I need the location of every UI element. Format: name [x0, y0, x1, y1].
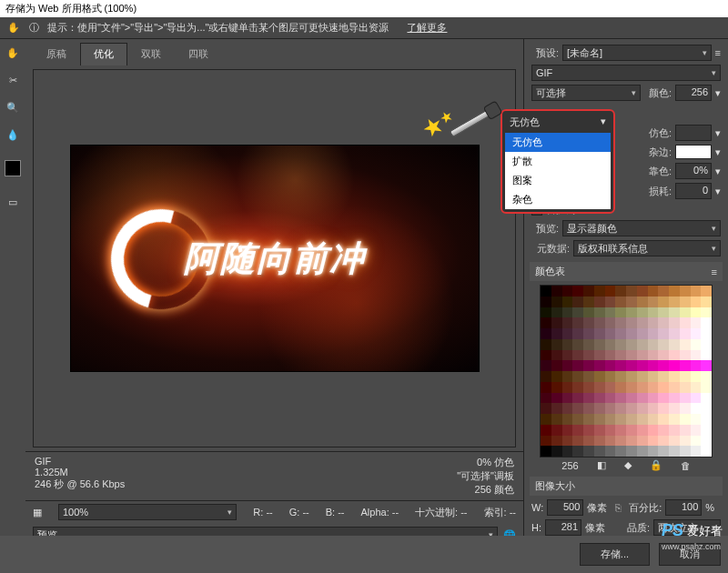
chevron-down-icon: ▾ — [601, 116, 606, 129]
tab-original[interactable]: 原稿 — [33, 43, 80, 65]
color-readout: ▦ 100% R: -- G: -- B: -- Alpha: -- 十六进制:… — [25, 500, 523, 523]
window-title: 存储为 Web 所用格式 (100%) — [0, 0, 728, 17]
matte-swatch[interactable] — [675, 145, 712, 159]
zoom-tool-icon[interactable]: 🔍 — [4, 98, 22, 116]
lossy-input[interactable]: 0 — [675, 183, 712, 199]
preview-tabs: 原稿 优化 双联 四联 — [25, 39, 523, 65]
panel-menu-icon[interactable]: ≡ — [712, 266, 717, 277]
palette-tool-icon[interactable]: ◧ — [597, 459, 606, 471]
trash-icon[interactable]: 🗑 — [681, 460, 691, 471]
format-select[interactable]: GIF — [531, 65, 721, 81]
dropdown-option[interactable]: 扩散 — [505, 152, 611, 171]
colors-input[interactable]: 256 — [675, 85, 712, 101]
toggle-icon[interactable]: ▭ — [4, 193, 22, 211]
tab-optimized[interactable]: 优化 — [80, 43, 127, 65]
hand-tool-icon[interactable]: ✋ — [4, 44, 22, 62]
artwork-preview: 阿随向前冲 — [70, 145, 480, 372]
height-input[interactable]: 281 — [545, 519, 581, 536]
metadata-select[interactable]: 版权和联系信息 — [573, 240, 721, 256]
dither-dropdown[interactable]: 无仿色▾ 无仿色扩散图案杂色 — [500, 109, 615, 214]
info-icon: ⓘ — [27, 22, 40, 35]
readout-icon[interactable]: ▦ — [33, 507, 42, 518]
status-bar: GIF 1.325M 246 秒 @ 56.6 Kbps 0% 仿色 "可选择"… — [25, 451, 523, 500]
color-table[interactable] — [540, 285, 713, 457]
info-bar: ✋ ⓘ 提示：使用"文件">"导出">"导出为..."或右键单击某个图层可更快速… — [0, 17, 728, 39]
hand-icon[interactable]: ✋ — [7, 22, 20, 35]
preset-select[interactable]: [未命名] — [562, 45, 712, 61]
dropdown-option[interactable]: 杂色 — [505, 190, 611, 209]
foreground-swatch[interactable] — [5, 160, 21, 176]
zoom-select[interactable]: 100% — [58, 504, 237, 520]
width-input[interactable]: 500 — [547, 499, 583, 516]
palette-header: 颜色表≡ — [530, 262, 723, 281]
tab-2up[interactable]: 双联 — [127, 43, 175, 65]
save-button[interactable]: 存储... — [580, 543, 650, 566]
reduction-select[interactable]: 可选择 — [531, 85, 641, 101]
palette-tool-icon[interactable]: 🔒 — [650, 459, 662, 471]
preview-select[interactable]: 显示器颜色 — [562, 220, 721, 236]
dialog-footer: 存储... 取消 — [0, 536, 728, 573]
webshift-input[interactable]: 0% — [675, 163, 712, 179]
tool-strip: ✋ ✂ 🔍 💧 ▭ — [0, 39, 25, 547]
palette-tool-icon[interactable]: ◆ — [624, 459, 632, 471]
link-icon[interactable]: ⎘ — [611, 502, 625, 513]
learn-more-link[interactable]: 了解更多 — [407, 21, 447, 35]
tip-text: 提示：使用"文件">"导出">"导出为..."或右键单击某个图层可更快速地导出资… — [47, 21, 389, 35]
dropdown-option[interactable]: 图案 — [505, 171, 611, 190]
percent-input[interactable]: 100 — [665, 499, 702, 516]
eyedropper-tool-icon[interactable]: 💧 — [4, 126, 22, 144]
tab-4up[interactable]: 四联 — [175, 43, 222, 65]
menu-icon[interactable]: ≡ — [715, 47, 721, 58]
slice-tool-icon[interactable]: ✂ — [4, 71, 22, 89]
dither-input[interactable] — [675, 125, 712, 141]
watermark: PS 爱好者 www.psahz.com — [662, 521, 723, 540]
dropdown-option[interactable]: 无仿色 — [505, 133, 611, 152]
size-header: 图像大小 — [530, 477, 723, 496]
